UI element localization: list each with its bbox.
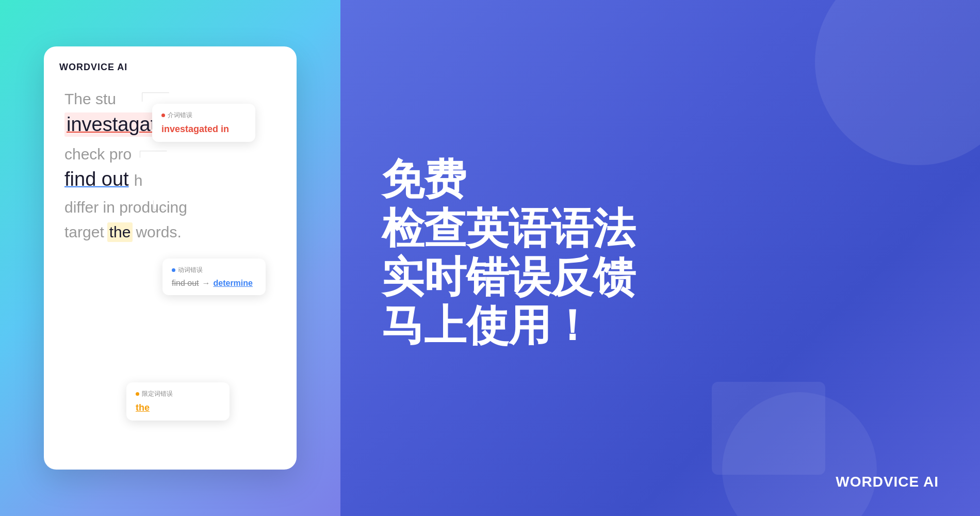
heading-line3: 实时错误反馈 <box>382 253 635 301</box>
demo-card: WORDVICE AI The stu <box>44 46 297 470</box>
tooltip-blue-label: 动词错误 <box>172 266 256 275</box>
tooltip-blue-content: find out → determine <box>172 279 256 288</box>
tooltip-yellow-label: 限定词错误 <box>136 390 220 398</box>
tooltip-verb-error: 动词错误 find out → determine <box>162 259 266 295</box>
tooltip-yellow-content: the <box>136 402 220 413</box>
wordvice-logo-right: WORDVICE AI <box>836 474 939 490</box>
word-the: the <box>107 222 133 242</box>
text-row-3: check pro <box>64 143 276 165</box>
text-target: target <box>64 221 104 243</box>
heading-line1: 免费 <box>382 155 635 204</box>
text-differ: differ in producing <box>64 199 187 216</box>
heading-line2: 检查英语语法 <box>382 204 635 253</box>
tooltip-strikethrough: find out <box>172 279 199 288</box>
tooltip-preposition-error: 介词错误 investagated in <box>152 104 255 142</box>
dot-blue-1 <box>172 268 175 272</box>
text-row-4: find out h <box>64 168 276 194</box>
dot-red-1 <box>161 114 165 117</box>
tooltip-red-content: investagated in <box>161 124 246 135</box>
tooltip-red-label: 介词错误 <box>161 111 246 120</box>
text-row-6: target the words. <box>64 221 276 245</box>
text-check-pro: check pro <box>64 146 132 163</box>
main-heading: 免费 检查英语语法 实时错误反馈 马上使用！ <box>382 155 635 350</box>
tooltip-determiner-error: 限定词错误 the <box>126 382 230 421</box>
decorative-rect <box>712 382 825 475</box>
tooltip-arrow: → <box>202 279 210 288</box>
left-panel: WORDVICE AI The stu <box>0 0 340 516</box>
text-words: words. <box>136 221 181 243</box>
text-the-stu: The stu <box>64 90 116 107</box>
text-h: h <box>134 170 143 191</box>
heading-line4: 马上使用！ <box>382 301 635 350</box>
text-row-5: differ in producing <box>64 197 276 218</box>
card-content: The stu investagated spell check pro fin… <box>59 88 281 245</box>
card-logo: WORDVICE AI <box>59 62 281 73</box>
tooltip-suggestion: determine <box>213 279 252 288</box>
word-find-out: find out <box>64 168 129 190</box>
right-panel: 免费 检查英语语法 实时错误反馈 马上使用！ WORDVICE AI <box>340 0 980 516</box>
dot-yellow-1 <box>136 392 139 396</box>
